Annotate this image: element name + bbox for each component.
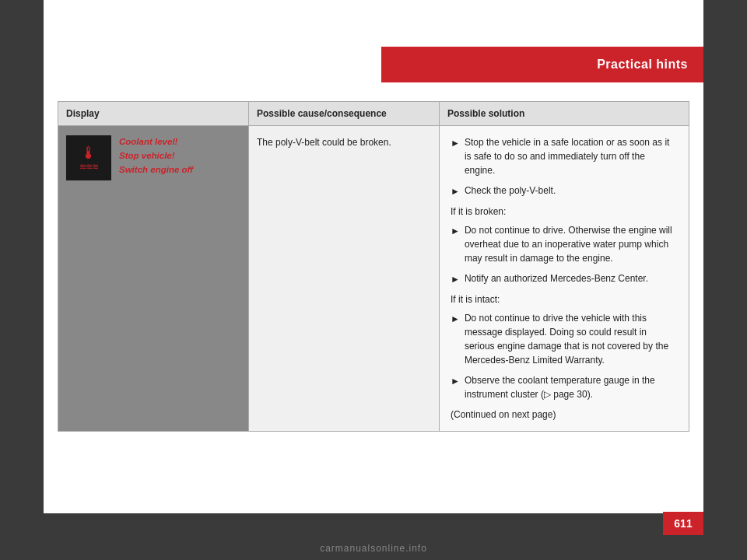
page-number: 611	[674, 517, 692, 530]
solution-text: Do not continue to drive the vehicle wit…	[465, 311, 678, 367]
col-header-display: Display	[58, 102, 249, 125]
bullet-arrow: ►	[451, 136, 460, 150]
waves-icon: ≋≋≋	[79, 162, 98, 172]
page-number-box: 611	[663, 512, 703, 535]
solution-text: Check the poly-V-belt.	[465, 184, 556, 198]
display-cell: 🌡 ≋≋≋ Coolant level! Stop vehicle! Switc…	[58, 126, 249, 431]
solution-cell: ►Stop the vehicle in a safe location or …	[440, 126, 689, 431]
solution-text: Stop the vehicle in a safe location or a…	[465, 135, 678, 177]
cause-text: The poly-V-belt could be broken.	[257, 137, 391, 148]
solution-item: ►Observe the coolant temperature gauge i…	[451, 373, 678, 401]
solution-item: ►Do not continue to drive. Otherwise the…	[451, 223, 678, 265]
continued-note: (Continued on next page)	[451, 408, 678, 422]
col-header-cause: Possible cause/consequence	[249, 102, 440, 125]
bullet-arrow: ►	[451, 374, 460, 388]
display-line-3: Switch engine off	[119, 163, 193, 176]
display-line-2: Stop vehicle!	[119, 149, 193, 162]
header-banner: Practical hints	[381, 47, 703, 82]
display-cell-inner: 🌡 ≋≋≋ Coolant level! Stop vehicle! Switc…	[66, 135, 193, 180]
solution-heading: If it is broken:	[451, 205, 678, 219]
solution-text: Notify an authorized Mercedes-Benz Cente…	[465, 271, 648, 285]
table-body: 🌡 ≋≋≋ Coolant level! Stop vehicle! Switc…	[58, 126, 689, 431]
solution-item: ►Do not continue to drive the vehicle wi…	[451, 311, 678, 367]
solution-text: Do not continue to drive. Otherwise the …	[465, 223, 678, 265]
solution-heading: If it is intact:	[451, 292, 678, 306]
col-header-solution: Possible solution	[440, 102, 689, 125]
watermark: carmanualsonline.info	[0, 543, 747, 554]
cause-cell: The poly-V-belt could be broken.	[249, 126, 440, 431]
thermometer-icon: 🌡	[80, 145, 97, 162]
solution-item: ►Check the poly-V-belt.	[451, 184, 678, 198]
solution-text: Observe the coolant temperature gauge in…	[465, 373, 678, 401]
display-line-1: Coolant level!	[119, 135, 193, 148]
bullet-arrow: ►	[451, 272, 460, 286]
main-table: Display Possible cause/consequence Possi…	[58, 101, 689, 432]
table-header-row: Display Possible cause/consequence Possi…	[58, 102, 689, 126]
bullet-arrow: ►	[451, 312, 460, 326]
page-title: Practical hints	[597, 58, 688, 72]
solution-item: ►Stop the vehicle in a safe location or …	[451, 135, 678, 177]
bullet-arrow: ►	[451, 224, 460, 238]
display-text-block: Coolant level! Stop vehicle! Switch engi…	[119, 135, 193, 176]
warning-icon-box: 🌡 ≋≋≋	[66, 135, 111, 180]
bullet-arrow: ►	[451, 184, 460, 198]
solution-item: ►Notify an authorized Mercedes-Benz Cent…	[451, 271, 678, 286]
